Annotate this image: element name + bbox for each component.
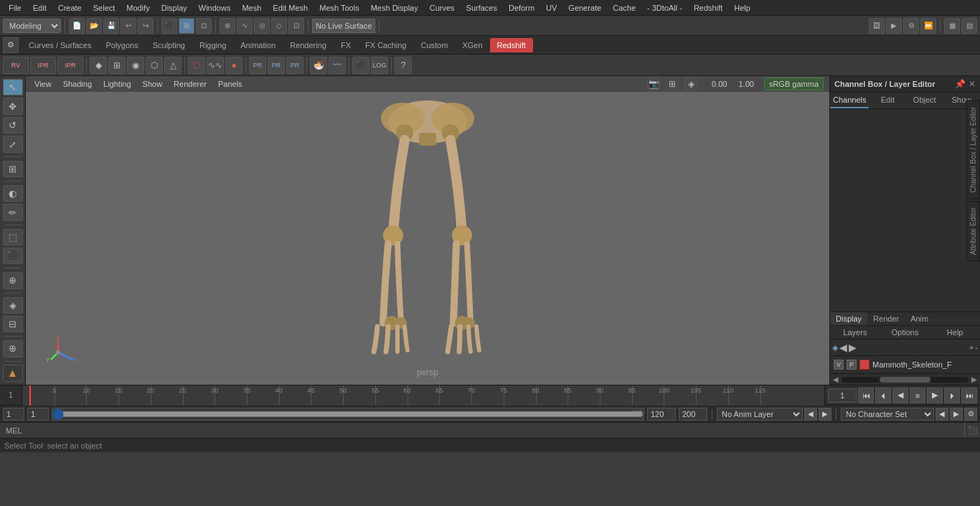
cb-tab-edit[interactable]: Edit: [869, 93, 906, 108]
shelf-icon-ipr[interactable]: IPR: [30, 57, 56, 74]
shelf-icon-red-cube[interactable]: ⬡: [188, 57, 205, 74]
menu-select[interactable]: Select: [88, 2, 121, 14]
vp-render-btn[interactable]: ◈: [684, 78, 697, 90]
shelf-icon-script[interactable]: ⬛: [352, 57, 369, 74]
align-btn[interactable]: ⊟: [3, 316, 23, 332]
sculpt-btn[interactable]: ⊕: [3, 272, 23, 289]
gamma-display[interactable]: sRGB gamma: [764, 78, 824, 90]
start-frame-field[interactable]: [3, 408, 24, 421]
layer-color-btn[interactable]: ◈: [832, 343, 838, 352]
shelf-settings-btn[interactable]: ⚙: [3, 37, 19, 53]
move-tool-btn[interactable]: ✥: [3, 98, 23, 114]
menu-edit-mesh[interactable]: Edit Mesh: [267, 2, 314, 14]
tab-rigging[interactable]: Rigging: [192, 38, 233, 52]
step-fwd-btn[interactable]: ⏵: [944, 388, 960, 403]
menu-uv[interactable]: UV: [540, 2, 562, 14]
vp-menu-show[interactable]: Show: [140, 80, 166, 88]
layer-nav-options[interactable]: Options: [880, 326, 930, 339]
lasso-select-btn[interactable]: ⬛: [3, 248, 23, 264]
save-scene-btn[interactable]: 💾: [103, 18, 119, 34]
char-set-prev-btn[interactable]: ◀: [936, 408, 948, 421]
scale-tool-btn[interactable]: ⤢: [3, 136, 23, 152]
tab-sculpting[interactable]: Sculpting: [146, 38, 192, 52]
vp-menu-lighting[interactable]: Lighting: [100, 80, 134, 88]
shelf-icon-rv[interactable]: RV: [3, 57, 29, 74]
shelf-icon-grid[interactable]: ⊞: [108, 57, 126, 74]
layer-tab-anim[interactable]: Anim: [905, 312, 934, 325]
anim-layer-dropdown[interactable]: No Anim Layer: [717, 408, 803, 421]
vp-menu-shading[interactable]: Shading: [60, 80, 95, 88]
tab-custom[interactable]: Custom: [414, 38, 456, 52]
menu-generate[interactable]: Generate: [562, 2, 607, 14]
show-manipulator-btn[interactable]: ⊕: [3, 340, 23, 357]
layer-scrollbar[interactable]: ◀ ▶: [830, 373, 980, 385]
edge-tab-attribute-editor[interactable]: Attribute Editor: [966, 201, 980, 261]
vp-menu-view[interactable]: View: [32, 80, 55, 88]
menu-mesh-display[interactable]: Mesh Display: [365, 2, 424, 14]
menu-curves[interactable]: Curves: [424, 2, 461, 14]
range-start-field[interactable]: [647, 408, 676, 421]
tab-animation[interactable]: Animation: [233, 38, 283, 52]
select-tool-btn[interactable]: ↖: [3, 79, 23, 95]
shelf-icon-pr3[interactable]: PR: [286, 57, 303, 74]
menu-mesh-tools[interactable]: Mesh Tools: [314, 2, 364, 14]
shelf-icon-bowl[interactable]: 🍜: [310, 57, 327, 74]
mel-input-field[interactable]: [28, 423, 964, 438]
cb-tab-object[interactable]: Object: [906, 93, 943, 108]
select-mode-btn[interactable]: ⬛: [161, 18, 177, 34]
tab-fx[interactable]: FX: [334, 38, 358, 52]
scroll-left-btn[interactable]: ◀: [833, 375, 839, 383]
shelf-icon-help[interactable]: ?: [395, 57, 412, 74]
shelf-icon-cube[interactable]: ⬡: [146, 57, 163, 74]
layer-tab-render[interactable]: Render: [867, 312, 905, 325]
cb-tab-channels[interactable]: Channels: [830, 93, 869, 108]
toggle-panel-btn[interactable]: ▤: [961, 18, 977, 34]
timeline-track[interactable]: 5 10 15 20 25 30 35 40 45 50 55 60 65 70…: [22, 385, 825, 406]
mode-dropdown[interactable]: Modeling Rigging Animation Rendering FX: [3, 19, 61, 33]
tab-xgen[interactable]: XGen: [455, 38, 489, 52]
edge-tab-channel-box[interactable]: Channel Box / Layer Editor: [966, 100, 980, 200]
paint-effects-btn[interactable]: ✏: [3, 204, 23, 220]
shelf-icon-ipr2[interactable]: IPR: [57, 57, 83, 74]
viewport[interactable]: View Shading Lighting Show Renderer Pane…: [26, 76, 829, 385]
shelf-icon-sphere[interactable]: ◉: [127, 57, 144, 74]
char-set-next-btn[interactable]: ▶: [950, 408, 963, 421]
play-fwd-btn[interactable]: ▶: [927, 388, 943, 403]
panel-close-btn[interactable]: ✕: [969, 79, 976, 89]
layer-arrow-left[interactable]: ◀: [839, 342, 847, 353]
layer-visibility-btn[interactable]: V: [834, 360, 844, 370]
menu-display[interactable]: Display: [156, 2, 193, 14]
vp-menu-renderer[interactable]: Renderer: [171, 80, 209, 88]
vp-menu-panels[interactable]: Panels: [215, 80, 245, 88]
menu-surfaces[interactable]: Surfaces: [461, 2, 503, 14]
vp-display-btn[interactable]: ⊞: [666, 78, 679, 90]
shelf-icon-hat[interactable]: △: [164, 57, 182, 74]
open-scene-btn[interactable]: 📂: [86, 18, 102, 34]
timeline-scrubber[interactable]: [52, 408, 644, 420]
skip-to-start-btn[interactable]: ⏮: [858, 388, 874, 403]
menu-mesh[interactable]: Mesh: [236, 2, 267, 14]
snap-to-view-btn[interactable]: ◇: [271, 18, 287, 34]
menu-edit[interactable]: Edit: [27, 2, 52, 14]
skip-to-end-btn[interactable]: ⏭: [961, 388, 977, 403]
shelf-icon-wave2[interactable]: 〰: [329, 57, 346, 74]
tab-curves-surfaces[interactable]: Curves / Surfaces: [22, 38, 98, 52]
redo-btn[interactable]: ↪: [138, 18, 154, 34]
show-ui-btn[interactable]: ▦: [944, 18, 960, 34]
marquee-select-btn[interactable]: ⬚: [3, 229, 23, 245]
anim-layer-prev-btn[interactable]: ◀: [804, 408, 817, 421]
new-scene-btn[interactable]: 📄: [69, 18, 85, 34]
snap-to-point-btn[interactable]: ◎: [254, 18, 270, 34]
tab-rendering[interactable]: Rendering: [283, 38, 334, 52]
render-view-btn[interactable]: 🖼: [869, 18, 885, 34]
menu-windows[interactable]: Windows: [193, 2, 237, 14]
layer-nav-help[interactable]: Help: [930, 326, 980, 339]
mel-lang-label[interactable]: MEL: [0, 423, 28, 438]
layer-nav-layers[interactable]: Layers: [830, 326, 880, 339]
render-seq-btn[interactable]: ⏩: [920, 18, 936, 34]
menu-redshift[interactable]: Redshift: [688, 2, 728, 14]
soft-select-btn[interactable]: ◐: [3, 185, 23, 202]
scroll-right-btn[interactable]: ▶: [971, 375, 977, 383]
stop-btn[interactable]: ■: [910, 388, 925, 403]
tab-fx-caching[interactable]: FX Caching: [358, 38, 413, 52]
